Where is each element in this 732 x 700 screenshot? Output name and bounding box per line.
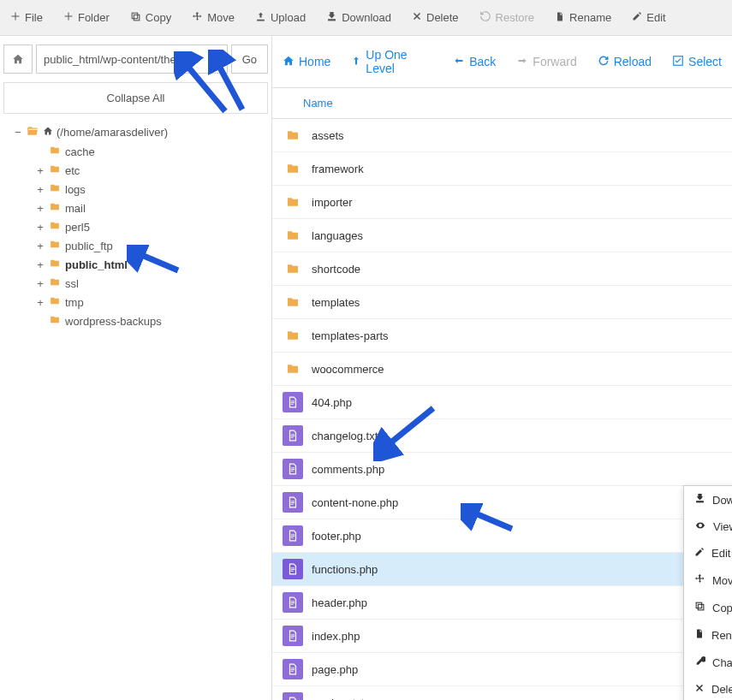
file-list: assetsframeworkimporterlanguagesshortcod… bbox=[272, 119, 732, 700]
home-icon bbox=[43, 126, 53, 139]
context-rename[interactable]: Rename bbox=[684, 621, 732, 649]
tree-item-mail[interactable]: +mail bbox=[36, 199, 271, 217]
download-icon bbox=[326, 11, 337, 25]
file-row[interactable]: content-none.php bbox=[272, 486, 732, 519]
reload-icon bbox=[598, 55, 610, 69]
file-row[interactable]: 404.php bbox=[272, 386, 732, 419]
toolbar-label: Upload bbox=[271, 11, 306, 24]
sidebar: Go Collapse All − (/home/amarasdeliver) … bbox=[0, 36, 272, 700]
context-delete[interactable]: Delete bbox=[684, 676, 732, 700]
file-name: footer.php bbox=[312, 530, 361, 543]
tree-label: ssl bbox=[65, 277, 79, 290]
file-row[interactable]: readme.txt bbox=[272, 686, 732, 700]
nav-select[interactable]: Select bbox=[672, 48, 722, 75]
nav-label: Up One Level bbox=[366, 48, 432, 75]
nav-home[interactable]: Home bbox=[283, 48, 330, 75]
file-icon bbox=[283, 459, 303, 479]
context-download[interactable]: Download bbox=[684, 486, 732, 513]
context-view[interactable]: View bbox=[684, 513, 732, 540]
context-move[interactable]: Move bbox=[684, 567, 732, 594]
tree-item-wordpress-backups[interactable]: wordpress-backups bbox=[36, 311, 271, 330]
folder-open-icon bbox=[26, 125, 39, 139]
toolbar-label: Folder bbox=[78, 11, 110, 24]
file-row[interactable]: index.php bbox=[272, 620, 732, 653]
context-label: Download bbox=[712, 494, 732, 507]
nav-up[interactable]: Up One Level bbox=[351, 48, 432, 75]
file-name: content-none.php bbox=[312, 496, 398, 509]
folder-icon bbox=[48, 201, 62, 215]
nav-reload[interactable]: Reload bbox=[598, 48, 652, 75]
file-row[interactable]: importer bbox=[272, 186, 732, 219]
file-icon bbox=[283, 392, 303, 412]
folder-button[interactable]: Folder bbox=[53, 3, 120, 32]
tree-item-perl5[interactable]: +perl5 bbox=[36, 217, 271, 236]
tree-item-tmp[interactable]: +tmp bbox=[36, 293, 271, 311]
tree-root[interactable]: − (/home/amarasdeliver) bbox=[14, 122, 271, 142]
tree-item-public-ftp[interactable]: +public_ftp bbox=[36, 236, 271, 255]
svg-rect-6 bbox=[698, 604, 704, 610]
nav-back[interactable]: Back bbox=[453, 48, 496, 75]
folder-icon bbox=[283, 359, 303, 379]
file-row[interactable]: footer.php bbox=[272, 519, 732, 553]
move-button[interactable]: Move bbox=[182, 3, 245, 32]
file-row[interactable]: templates-parts bbox=[272, 319, 732, 353]
tree-item-public-html[interactable]: +public_html bbox=[36, 255, 271, 274]
context-label: Delete bbox=[711, 683, 732, 696]
file-row[interactable]: framework bbox=[272, 152, 732, 186]
file-name: changelog.txt bbox=[312, 430, 378, 442]
download-button[interactable]: Download bbox=[316, 3, 402, 32]
context-menu: DownloadViewEditMoveCopyRenameChange Per… bbox=[683, 485, 732, 700]
file-row[interactable]: page.php bbox=[272, 653, 732, 686]
edit-button[interactable]: Edit bbox=[622, 3, 675, 32]
folder-icon bbox=[283, 225, 303, 246]
context-label: Rename bbox=[711, 629, 732, 642]
nav-label: Home bbox=[299, 55, 330, 68]
file-icon bbox=[283, 592, 303, 613]
path-input[interactable] bbox=[36, 44, 228, 74]
file-row[interactable]: languages bbox=[272, 219, 732, 252]
collapse-all-button[interactable]: Collapse All bbox=[3, 82, 268, 114]
folder-icon bbox=[48, 220, 62, 234]
file-button[interactable]: File bbox=[0, 3, 53, 32]
forward-icon bbox=[516, 55, 528, 68]
file-name: comments.php bbox=[312, 463, 384, 476]
upload-button[interactable]: Upload bbox=[245, 3, 316, 32]
home-icon-button[interactable] bbox=[3, 44, 33, 74]
folder-icon bbox=[48, 182, 62, 196]
copy-button[interactable]: Copy bbox=[120, 3, 182, 32]
file-row[interactable]: woocommerce bbox=[272, 353, 732, 386]
upload-icon bbox=[255, 11, 266, 25]
file-row[interactable]: functions.php bbox=[272, 553, 732, 586]
tree-item-cache[interactable]: cache bbox=[36, 142, 271, 161]
file-row[interactable]: shortcode bbox=[272, 252, 732, 286]
delete-button[interactable]: Delete bbox=[402, 3, 469, 32]
tree-item-etc[interactable]: +etc bbox=[36, 161, 271, 180]
toolbar-label: File bbox=[25, 11, 43, 24]
context-change-permissions[interactable]: Change Permissions bbox=[684, 649, 732, 676]
file-row[interactable]: assets bbox=[272, 119, 732, 152]
file-row[interactable]: changelog.txt bbox=[272, 419, 732, 453]
context-copy[interactable]: Copy bbox=[684, 594, 732, 621]
nav-label: Forward bbox=[533, 55, 576, 68]
folder-icon bbox=[48, 295, 62, 309]
tree-item-logs[interactable]: +logs bbox=[36, 180, 271, 199]
tree-item-ssl[interactable]: +ssl bbox=[36, 274, 271, 293]
file-name: shortcode bbox=[312, 263, 360, 276]
file-row[interactable]: templates bbox=[272, 286, 732, 319]
context-label: Copy bbox=[712, 602, 732, 614]
file-row[interactable]: comments.php bbox=[272, 453, 732, 486]
go-button[interactable]: Go bbox=[231, 44, 268, 74]
tree-label: wordpress-backups bbox=[65, 315, 162, 328]
svg-rect-1 bbox=[132, 13, 138, 19]
rename-button[interactable]: Rename bbox=[545, 3, 622, 32]
download-icon bbox=[694, 493, 705, 507]
context-edit[interactable]: Edit bbox=[684, 540, 732, 567]
context-label: View bbox=[713, 520, 732, 533]
file-row[interactable]: header.php bbox=[272, 586, 732, 620]
tree-label: logs bbox=[65, 183, 86, 196]
tree-label: cache bbox=[65, 145, 95, 158]
select-icon bbox=[672, 55, 684, 69]
folder-icon bbox=[48, 145, 62, 158]
file-name: woocommerce bbox=[312, 363, 384, 376]
column-header-name[interactable]: Name bbox=[272, 88, 732, 119]
